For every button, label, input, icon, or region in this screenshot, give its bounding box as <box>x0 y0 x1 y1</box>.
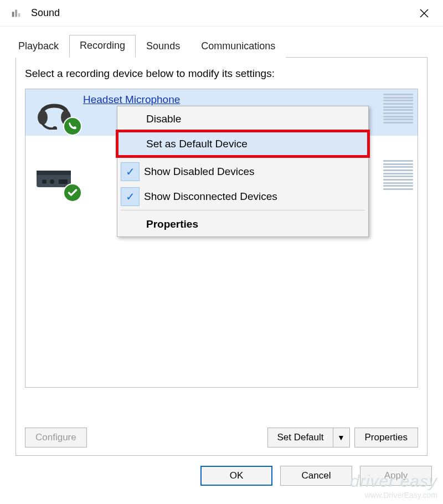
titlebar: Sound <box>0 0 443 27</box>
svg-point-5 <box>38 110 48 125</box>
button-label: Properties <box>365 432 408 443</box>
device-list: Headset Microphone <box>25 89 418 388</box>
svg-rect-0 <box>12 12 14 17</box>
button-label: Apply <box>384 470 408 481</box>
menu-label: Properties <box>146 218 368 230</box>
button-label: OK <box>230 470 244 481</box>
level-meter <box>383 160 413 190</box>
ok-button[interactable]: OK <box>200 466 272 486</box>
close-icon <box>420 9 429 18</box>
button-label: Cancel <box>302 470 331 481</box>
tab-playback[interactable]: Playback <box>8 35 69 58</box>
tab-strip: Playback Recording Sounds Communications <box>8 34 435 57</box>
menu-show-disconnected[interactable]: ✓ Show Disconnected Devices <box>117 184 368 209</box>
configure-button[interactable]: Configure <box>25 428 87 448</box>
check-status-icon <box>63 183 82 202</box>
menu-label: Show Disabled Devices <box>144 166 368 178</box>
panel-footer: Configure Set Default ▼ Properties <box>25 428 418 448</box>
tab-sounds[interactable]: Sounds <box>136 35 190 58</box>
window-title: Sound <box>31 7 413 19</box>
menu-set-default-device[interactable]: Set as Default Device <box>117 131 368 156</box>
tab-recording[interactable]: Recording <box>69 35 136 58</box>
button-label: Set Default <box>268 432 332 443</box>
cancel-button[interactable]: Cancel <box>280 466 352 486</box>
set-default-button[interactable]: Set Default ▼ <box>267 428 349 448</box>
sound-app-icon <box>10 7 23 20</box>
device-name: Headset Microphone <box>83 92 180 106</box>
check-icon: ✓ <box>121 162 140 181</box>
menu-properties[interactable]: Properties <box>117 212 368 236</box>
tab-communications[interactable]: Communications <box>190 35 286 58</box>
svg-point-7 <box>53 126 57 130</box>
menu-disable[interactable]: Disable <box>117 106 368 131</box>
phone-status-icon <box>63 117 82 136</box>
context-menu: Disable Set as Default Device ✓ Show Dis… <box>117 106 369 237</box>
audio-interface-icon <box>30 159 79 199</box>
close-button[interactable] <box>413 2 435 24</box>
svg-point-10 <box>42 179 47 184</box>
menu-show-disabled[interactable]: ✓ Show Disabled Devices <box>117 159 368 184</box>
menu-label: Disable <box>146 113 368 125</box>
button-label: Configure <box>35 432 76 443</box>
tab-panel: Select a recording device below to modif… <box>16 57 427 456</box>
level-meter <box>383 94 413 124</box>
svg-rect-9 <box>37 171 71 175</box>
menu-label: Set as Default Device <box>146 138 368 150</box>
instructions-text: Select a recording device below to modif… <box>25 68 418 80</box>
dialog-footer: OK Cancel Apply <box>0 456 443 486</box>
menu-separator <box>121 157 365 158</box>
dropdown-caret-icon[interactable]: ▼ <box>333 428 349 447</box>
svg-rect-2 <box>18 13 20 17</box>
menu-label: Show Disconnected Devices <box>144 191 368 203</box>
menu-separator <box>121 210 365 210</box>
svg-point-11 <box>50 179 54 184</box>
check-icon: ✓ <box>121 187 140 206</box>
properties-button[interactable]: Properties <box>354 428 418 448</box>
svg-rect-1 <box>15 9 17 17</box>
watermark-url: www.DriverEasy.com <box>350 491 437 500</box>
svg-rect-12 <box>59 179 68 184</box>
apply-button[interactable]: Apply <box>360 466 432 486</box>
headset-icon <box>30 92 79 132</box>
